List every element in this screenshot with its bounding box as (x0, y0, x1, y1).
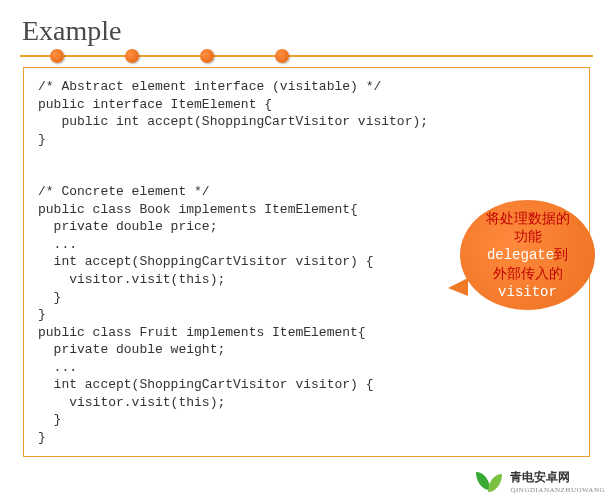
callout-delegate: delegate (487, 247, 554, 263)
slide-title: Example (22, 15, 593, 47)
divider-dot (200, 49, 214, 63)
watermark: 青电安卓网 QINGDIANANZHUOWANG (474, 469, 605, 494)
watermark-sub: QINGDIANANZHUOWANG (510, 486, 605, 494)
callout-text: 将处理数据的 功能 delegate到 外部传入的 visitor (486, 209, 570, 302)
divider-dot (125, 49, 139, 63)
slide: Example /* Abstract element interface (v… (0, 0, 613, 500)
watermark-name: 青电安卓网 (510, 469, 605, 486)
watermark-label: 青电安卓网 QINGDIANANZHUOWANG (510, 469, 605, 494)
divider (20, 55, 593, 57)
callout-line: 将处理数据的 (486, 210, 570, 226)
callout-visitor: visitor (498, 284, 557, 300)
callout-bubble: 将处理数据的 功能 delegate到 外部传入的 visitor (460, 200, 595, 310)
divider-dot (50, 49, 64, 63)
divider-dot (275, 49, 289, 63)
callout-line: 外部传入的 (493, 265, 563, 281)
watermark-logo-icon (474, 470, 504, 494)
callout-line: 到 (554, 246, 568, 262)
callout-line: 功能 (514, 228, 542, 244)
